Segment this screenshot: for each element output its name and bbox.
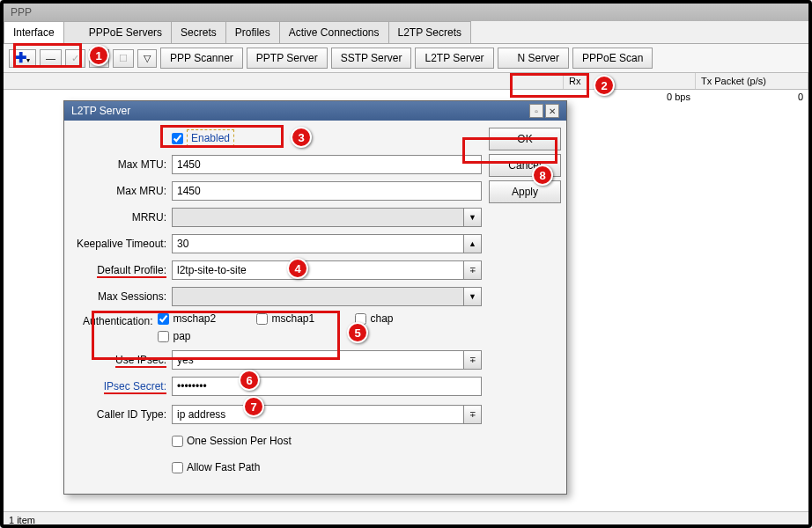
l2tp-server-button[interactable]: L2TP Server [415, 48, 493, 69]
tab-label: Secrets [181, 26, 217, 39]
callout-7: 7 [243, 396, 264, 417]
toolbar: ✚▾ — ✓ ✗ ☐ ▽ PPP Scanner PPTP Server SST… [4, 44, 808, 73]
mrru-drop[interactable]: ▼ [464, 208, 482, 227]
pppoe-scan-button[interactable]: PPPoE Scan [572, 48, 653, 69]
callout-1: 1 [88, 45, 109, 66]
callout-3: 3 [291, 127, 312, 148]
max-sessions-drop[interactable]: ▼ [464, 287, 482, 306]
plus-icon: ✚ [15, 50, 26, 65]
callout-6: 6 [239, 370, 260, 391]
enable-button[interactable]: ✓ [65, 49, 85, 68]
max-mtu-input[interactable] [172, 155, 482, 174]
max-sessions-label: Max Sessions: [70, 290, 172, 303]
dialog-title-text: L2TP Server [71, 105, 130, 117]
l2tp-server-dialog: L2TP Server ▫ ✕ Enabled Max MTU: Max MRU… [63, 100, 567, 495]
close-button[interactable]: ✕ [545, 104, 559, 118]
pptp-server-button[interactable]: PPTP Server [247, 48, 328, 69]
tab-secrets[interactable]: Secrets [171, 21, 226, 43]
use-ipsec-drop[interactable]: ∓ [464, 350, 482, 370]
tab-label: Active Connections [289, 26, 380, 39]
mrru-input[interactable] [172, 208, 464, 227]
auth-mschap1[interactable]: mschap1 [256, 312, 337, 325]
window-title: PPP [4, 4, 808, 21]
use-ipsec-label: Use IPsec: [70, 354, 172, 366]
minimize-button[interactable]: ▫ [529, 104, 543, 118]
default-profile-label: Default Profile: [70, 264, 172, 276]
tab-profiles[interactable]: Profiles [225, 21, 280, 43]
mrru-label: MRRU: [70, 211, 172, 224]
tab-label: Interface [13, 26, 55, 39]
dropdown-icon: ▾ [26, 56, 30, 64]
grid-cell-rx: 0 bps [564, 90, 696, 104]
callout-5: 5 [347, 322, 368, 343]
callout-8: 8 [532, 165, 553, 186]
allow-fast-label: Allow Fast Path [187, 461, 260, 473]
one-session-checkbox[interactable] [172, 436, 183, 447]
max-mtu-label: Max MTU: [70, 158, 172, 171]
keepalive-drop[interactable]: ▲ [464, 234, 482, 253]
comment-button[interactable]: ☐ [113, 49, 134, 68]
keepalive-input[interactable] [172, 234, 464, 253]
remove-button[interactable]: — [40, 49, 62, 67]
enabled-checkbox[interactable] [172, 133, 183, 144]
one-session-label: One Session Per Host [187, 435, 292, 447]
auth-group: mschap2 mschap1 chap pap [158, 312, 482, 342]
ovpn-server-button[interactable]: N Server [498, 48, 569, 69]
keepalive-label: Keepalive Timeout: [70, 238, 172, 250]
caller-id-input[interactable] [172, 405, 464, 424]
tab-l2tp-secrets[interactable]: L2TP Secrets [388, 21, 471, 43]
grid-col-rx[interactable]: Rx [564, 73, 696, 89]
add-button[interactable]: ✚▾ [9, 49, 36, 68]
filter-button[interactable]: ▽ [137, 49, 157, 68]
auth-mschap2[interactable]: mschap2 [158, 312, 239, 325]
default-profile-input[interactable] [172, 260, 464, 280]
callout-4: 4 [287, 258, 308, 279]
tab-interface[interactable]: Interface [4, 21, 64, 43]
use-ipsec-input[interactable] [172, 350, 464, 370]
max-sessions-input[interactable] [172, 287, 464, 306]
grid-col-tx-packet[interactable]: Tx Packet (p/s) [696, 73, 808, 89]
ok-button[interactable]: OK [489, 128, 561, 150]
grid-header: Rx Tx Packet (p/s) [4, 73, 808, 90]
ipsec-secret-input[interactable] [172, 377, 482, 396]
tabs: Interface PPPoE Servers Secrets Profiles… [4, 21, 808, 44]
ppp-scanner-button[interactable]: PPP Scanner [160, 48, 243, 69]
tab-label: PPPoE Servers [89, 26, 162, 39]
auth-pap[interactable]: pap [158, 330, 239, 342]
grid-cell-tx: 0 [696, 90, 808, 104]
grid-col-spacer [4, 73, 564, 89]
default-profile-drop[interactable]: ∓ [464, 260, 482, 280]
max-mru-label: Max MRU: [70, 185, 172, 197]
funnel-icon: ▽ [144, 53, 151, 63]
callout-2: 2 [594, 75, 615, 96]
tab-pppoe-servers[interactable]: PPPoE Servers [63, 21, 172, 43]
ipsec-secret-label[interactable]: IPsec Secret: [70, 380, 172, 392]
caller-id-label: Caller ID Type: [70, 408, 172, 421]
sstp-server-button[interactable]: SSTP Server [331, 48, 412, 69]
max-mru-input[interactable] [172, 181, 482, 201]
auth-chap[interactable]: chap [355, 312, 436, 325]
tab-active-connections[interactable]: Active Connections [279, 21, 389, 43]
allow-fast-checkbox[interactable] [172, 462, 183, 473]
auth-label: Authentication: [70, 312, 158, 327]
apply-button[interactable]: Apply [489, 180, 561, 203]
dialog-titlebar[interactable]: L2TP Server ▫ ✕ [64, 101, 566, 121]
caller-id-drop[interactable]: ∓ [464, 405, 482, 424]
tab-label: Profiles [235, 26, 270, 39]
status-bar: 1 item [4, 511, 808, 528]
form-column: Enabled Max MTU: Max MRU: MRRU: ▼ Keepal… [70, 128, 482, 483]
enabled-label[interactable]: Enabled [187, 129, 234, 147]
tab-label: L2TP Secrets [398, 26, 461, 39]
